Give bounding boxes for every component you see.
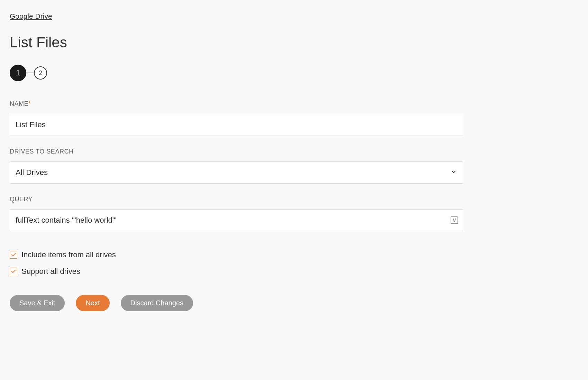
support-all-drives-checkbox[interactable] bbox=[10, 268, 17, 275]
checkbox-row-include-all-drives: Include items from all drives bbox=[10, 250, 578, 259]
button-row: Save & Exit Next Discard Changes bbox=[10, 295, 578, 311]
required-asterisk: * bbox=[28, 100, 31, 107]
name-input[interactable] bbox=[10, 114, 463, 136]
step-2[interactable]: 2 bbox=[34, 66, 47, 80]
variable-icon[interactable]: V bbox=[451, 216, 458, 224]
name-label: NAME* bbox=[10, 100, 578, 108]
query-label: QUERY bbox=[10, 196, 578, 203]
query-input[interactable] bbox=[10, 209, 463, 231]
page-title: List Files bbox=[10, 34, 578, 51]
form-group-query: QUERY V bbox=[10, 196, 578, 231]
drives-label: DRIVES TO SEARCH bbox=[10, 148, 578, 155]
step-1[interactable]: 1 bbox=[10, 65, 26, 81]
form-group-drives: DRIVES TO SEARCH All Drives bbox=[10, 148, 578, 184]
discard-changes-button[interactable]: Discard Changes bbox=[121, 295, 193, 311]
include-all-drives-checkbox[interactable] bbox=[10, 251, 17, 259]
name-label-text: NAME bbox=[10, 100, 28, 107]
form-group-name: NAME* bbox=[10, 100, 578, 136]
drives-select[interactable]: All Drives bbox=[10, 161, 463, 184]
checkbox-group: Include items from all drives Support al… bbox=[10, 250, 578, 276]
step-connector bbox=[26, 73, 34, 73]
include-all-drives-label[interactable]: Include items from all drives bbox=[21, 250, 116, 259]
support-all-drives-label[interactable]: Support all drives bbox=[21, 267, 80, 276]
checkbox-row-support-all-drives: Support all drives bbox=[10, 267, 578, 276]
stepper: 1 2 bbox=[10, 65, 578, 81]
next-button[interactable]: Next bbox=[76, 295, 109, 311]
breadcrumb-link[interactable]: Google Drive bbox=[10, 12, 52, 20]
save-exit-button[interactable]: Save & Exit bbox=[10, 295, 65, 311]
